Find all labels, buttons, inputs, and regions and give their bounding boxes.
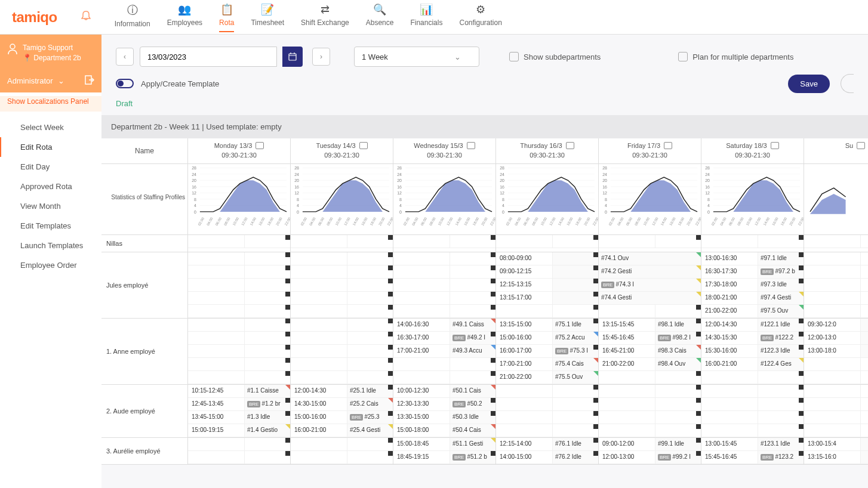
- shift-label[interactable]: [553, 292, 598, 304]
- shift-time[interactable]: 13:00-18:0: [804, 345, 861, 357]
- side-launch-templates[interactable]: Launch Templates: [0, 236, 101, 255]
- shift-time[interactable]: 21:00-22:00: [599, 358, 655, 370]
- secondary-button[interactable]: [841, 74, 854, 93]
- calendar-icon[interactable]: [467, 142, 475, 149]
- chevron-down-icon[interactable]: ⌄: [58, 76, 64, 85]
- day-cell[interactable]: [188, 252, 291, 318]
- shift-time[interactable]: 08:00-09:00: [496, 252, 553, 265]
- shift-time[interactable]: 12:00-14:30: [291, 385, 347, 397]
- shift-time[interactable]: 15:45-16:45: [701, 451, 758, 464]
- shift-label[interactable]: [861, 451, 868, 464]
- shift-time[interactable]: 12:00-13:00: [599, 451, 655, 464]
- side-view-month[interactable]: View Month: [0, 196, 101, 216]
- shift-time[interactable]: 12:30-13:30: [393, 398, 450, 410]
- shift-label[interactable]: #25.2 Cais: [347, 398, 393, 410]
- shift-label[interactable]: #1.3 Idle: [245, 411, 290, 424]
- side-edit-rota[interactable]: Edit Rota: [0, 137, 101, 157]
- employee-name[interactable]: 1. Anne employé: [101, 319, 188, 384]
- next-week-button[interactable]: ›: [312, 48, 330, 66]
- shift-label[interactable]: BRE#75.3 I: [553, 345, 598, 357]
- multi-dept-checkbox[interactable]: [678, 52, 688, 61]
- shift-time[interactable]: 16:45-21:00: [599, 345, 655, 357]
- date-input[interactable]: [140, 47, 277, 67]
- shift-label[interactable]: #75.2 Accu: [553, 332, 598, 344]
- shift-label[interactable]: #123.1 Idle: [758, 438, 804, 450]
- nav-absence[interactable]: 🔍Absence: [366, 3, 394, 32]
- day-cell[interactable]: [599, 235, 701, 252]
- shift-time[interactable]: 13:15-17:00: [496, 292, 553, 304]
- shift-time[interactable]: 14:30-15:00: [291, 398, 347, 410]
- shift-label[interactable]: #50.4 Cais: [450, 424, 495, 437]
- shift-time[interactable]: 13:15-15:45: [599, 319, 655, 331]
- employee-name[interactable]: Jules employé: [101, 252, 188, 318]
- day-cell[interactable]: 09:30-12:012:00-13:013:00-18:0: [804, 319, 868, 384]
- day-cell[interactable]: [393, 252, 496, 318]
- shift-label[interactable]: BRE#98.2 I: [655, 332, 701, 344]
- shift-label[interactable]: BRE#1.2 br: [245, 398, 290, 410]
- shift-time[interactable]: 17:00-21:00: [393, 345, 450, 357]
- logout-icon[interactable]: [85, 75, 94, 87]
- shift-time[interactable]: 10:00-12:30: [393, 385, 450, 397]
- shift-label[interactable]: [861, 332, 868, 344]
- shift-time[interactable]: 09:00-12:00: [599, 438, 655, 450]
- app-logo[interactable]: tamiqo: [12, 9, 57, 26]
- shift-time[interactable]: 12:45-13:45: [188, 398, 245, 410]
- shift-label[interactable]: BRE#49.2 I: [450, 332, 495, 344]
- calendar-icon[interactable]: [771, 142, 779, 149]
- day-cell[interactable]: [599, 385, 701, 437]
- day-cell[interactable]: [291, 438, 393, 464]
- side-edit-templates[interactable]: Edit Templates: [0, 216, 101, 236]
- shift-label[interactable]: #97.5 Ouv: [758, 305, 804, 317]
- day-cell[interactable]: [804, 385, 868, 437]
- day-cell[interactable]: 09:00-12:00#99.1 Idle12:00-13:00BRE#99.2…: [599, 438, 701, 464]
- day-cell[interactable]: [496, 235, 599, 252]
- shift-label[interactable]: #50.3 Idle: [450, 411, 495, 424]
- show-subdepts-checkbox[interactable]: [509, 52, 519, 61]
- shift-label[interactable]: #74.1 Ouv: [599, 252, 701, 265]
- shift-label[interactable]: BRE#122.2: [758, 332, 804, 344]
- day-cell[interactable]: 13:15-15:00#75.1 Idle15:00-16:00#75.2 Ac…: [496, 319, 599, 384]
- day-cell[interactable]: [701, 235, 804, 252]
- shift-label[interactable]: #76.2 Idle: [553, 451, 598, 464]
- shift-label[interactable]: [861, 345, 868, 357]
- calendar-picker-button[interactable]: [282, 47, 303, 67]
- calendar-icon[interactable]: [256, 142, 264, 149]
- user-role[interactable]: Administrator: [7, 76, 53, 85]
- shift-time[interactable]: 15:00-18:00: [393, 424, 450, 437]
- day-cell[interactable]: [291, 252, 393, 318]
- shift-label[interactable]: #76.1 Idle: [553, 438, 598, 450]
- nav-employees[interactable]: 👥Employees: [167, 3, 202, 32]
- shift-label[interactable]: #49.1 Caiss: [450, 319, 495, 331]
- calendar-icon[interactable]: [566, 142, 574, 149]
- day-cell[interactable]: [496, 385, 599, 437]
- shift-label[interactable]: #74.4 Gesti: [599, 292, 701, 304]
- shift-time[interactable]: 16:00-21:00: [291, 424, 347, 437]
- template-toggle[interactable]: [116, 79, 134, 88]
- shift-time[interactable]: 13:00-16:30: [701, 252, 758, 265]
- shift-time[interactable]: 09:30-12:0: [804, 319, 861, 331]
- day-cell[interactable]: 13:00-15:413:15-16:0: [804, 438, 868, 464]
- shift-time[interactable]: 12:00-13:0: [804, 332, 861, 344]
- day-cell[interactable]: 12:00-14:30#25.1 Idle14:30-15:00#25.2 Ca…: [291, 385, 393, 437]
- shift-label[interactable]: BRE#74.3 I: [599, 279, 701, 291]
- calendar-icon[interactable]: [664, 142, 672, 149]
- day-cell[interactable]: 12:15-14:00#76.1 Idle14:00-15:00#76.2 Id…: [496, 438, 599, 464]
- shift-time[interactable]: 13:00-15:45: [701, 438, 758, 450]
- shift-time[interactable]: 21:00-22:00: [701, 305, 758, 317]
- shift-time[interactable]: 21:00-22:00: [496, 371, 553, 384]
- shift-time[interactable]: 17:30-18:00: [701, 279, 758, 291]
- shift-label[interactable]: BRE#97.2 b: [758, 265, 804, 278]
- shift-time[interactable]: 15:00-16:00: [291, 411, 347, 424]
- shift-time[interactable]: 12:15-13:15: [496, 279, 553, 291]
- day-cell[interactable]: [188, 438, 291, 464]
- shift-time[interactable]: 18:45-19:15: [393, 451, 450, 464]
- shift-label[interactable]: [553, 265, 598, 278]
- shift-time[interactable]: 16:30-17:00: [393, 332, 450, 344]
- localizations-link[interactable]: Show Localizations Panel: [0, 96, 101, 112]
- shift-time[interactable]: 18:00-21:00: [701, 292, 758, 304]
- shift-label[interactable]: #75.4 Cais: [553, 358, 598, 370]
- day-cell[interactable]: [804, 235, 868, 252]
- shift-time[interactable]: 15:00-18:45: [393, 438, 450, 450]
- shift-time[interactable]: 12:15-14:00: [496, 438, 553, 450]
- day-cell[interactable]: [291, 235, 393, 252]
